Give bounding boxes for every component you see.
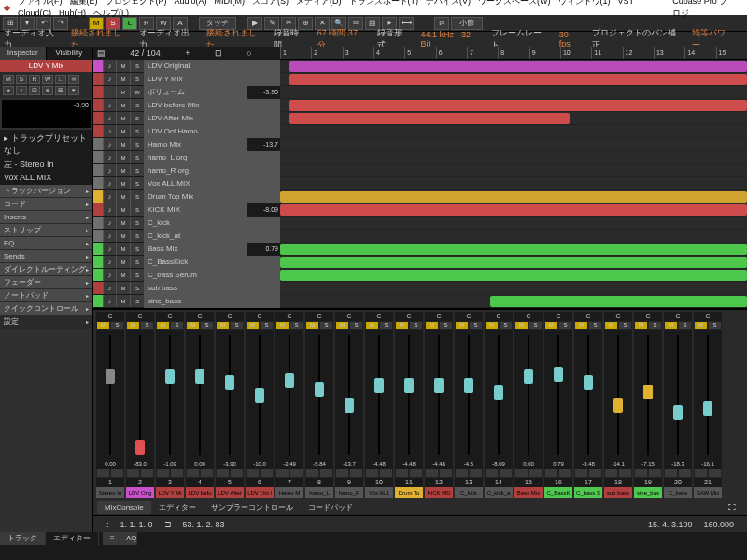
rec-btn[interactable]	[395, 469, 409, 478]
fader-area[interactable]	[156, 330, 184, 459]
pan-display[interactable]: C	[126, 312, 154, 321]
fader-area[interactable]	[425, 330, 453, 459]
mon-btn[interactable]	[469, 469, 483, 478]
mon-btn[interactable]	[499, 469, 513, 478]
fader-cap[interactable]	[494, 385, 503, 400]
clip-row[interactable]	[280, 86, 747, 99]
track-row[interactable]: ♪ MS C_bass Serum	[93, 269, 280, 282]
mute-btn[interactable]: M	[485, 321, 499, 330]
solo-btn[interactable]: S	[618, 321, 632, 330]
insp-btn[interactable]: e	[42, 86, 53, 95]
track-row[interactable]: ♪ MS hamo_L org	[93, 151, 280, 164]
mon-btn[interactable]	[289, 469, 303, 478]
snap-mode[interactable]: 小節	[451, 17, 483, 30]
arrange-view[interactable]: 123456789101112131415	[280, 47, 747, 308]
pan-display[interactable]: C	[544, 312, 572, 321]
mute-btn[interactable]: M	[186, 321, 200, 330]
track-icon[interactable]: ♪	[103, 282, 116, 294]
audio-clip[interactable]	[280, 244, 747, 255]
rec-btn[interactable]	[275, 469, 289, 478]
insp-btn[interactable]: □	[55, 75, 66, 84]
track-icon[interactable]: ♪	[103, 177, 116, 189]
rec-btn[interactable]	[335, 469, 349, 478]
track-name[interactable]: sine_bass	[144, 295, 280, 308]
fader-cap[interactable]	[225, 375, 234, 390]
fader-cap[interactable]	[434, 378, 444, 393]
track-row[interactable]: ♪ MS LDV Oct Hamo	[93, 125, 280, 138]
menu-item[interactable]: スコア(S)	[252, 0, 289, 6]
insp-btn[interactable]: M	[3, 75, 14, 84]
track-name[interactable]: hamo_L org	[144, 151, 280, 164]
track-name[interactable]: C_bass Serum	[144, 269, 280, 282]
track-row[interactable]: ♪ MS C_BassKick	[93, 256, 280, 269]
settings-section[interactable]: 設定	[0, 315, 92, 329]
mon-btn[interactable]	[200, 469, 214, 478]
track-icon[interactable]: ♪	[103, 230, 116, 242]
rec-btn[interactable]	[544, 469, 558, 478]
transport-sel[interactable]: 53. 1. 2. 83	[183, 520, 225, 529]
mon-btn[interactable]	[558, 469, 572, 478]
clips-area[interactable]	[280, 60, 747, 308]
solo-btn[interactable]: S	[439, 321, 453, 330]
track-row[interactable]: ♪ MS sine_bass	[93, 295, 280, 308]
mute-btn[interactable]: M	[425, 321, 439, 330]
mute-btn[interactable]: M	[275, 321, 289, 330]
locator[interactable]: 15. 4. 3.109	[648, 520, 693, 529]
rec-btn[interactable]	[156, 469, 170, 478]
fader-area[interactable]	[514, 330, 543, 459]
insp-btn[interactable]: ⊞	[55, 86, 66, 95]
track-icon[interactable]: ♪	[103, 73, 116, 85]
insp-btn[interactable]: ▾	[68, 86, 79, 95]
mon-btn[interactable]	[379, 469, 393, 478]
routing-item[interactable]: 左 - Stereo In	[2, 158, 91, 172]
pan-display[interactable]: C	[694, 312, 722, 321]
audio-clip[interactable]	[280, 204, 747, 216]
toggle-btn[interactable]: AQ	[119, 532, 137, 545]
fader-cap[interactable]	[643, 385, 653, 399]
track-name[interactable]: KICK MIX	[144, 203, 247, 217]
rec-btn[interactable]	[694, 469, 708, 478]
pan-display[interactable]: C	[514, 312, 543, 321]
track-name[interactable]: LDV Original	[144, 60, 280, 73]
fader-cap[interactable]	[613, 398, 623, 413]
solo-btn[interactable]: S	[319, 321, 333, 330]
solo-btn[interactable]: S	[558, 321, 572, 330]
pan-display[interactable]: C	[664, 312, 692, 321]
menu-item[interactable]: メディア(D)	[296, 0, 342, 6]
audio-clip[interactable]	[280, 257, 747, 268]
track-icon[interactable]: ♪	[103, 99, 116, 111]
fader-cap[interactable]	[135, 440, 145, 455]
solo-btn[interactable]: S	[200, 321, 214, 330]
pan-display[interactable]: C	[485, 312, 513, 321]
inspector-section[interactable]: EQ	[0, 237, 92, 250]
fader-cap[interactable]	[554, 367, 563, 382]
pan-display[interactable]: C	[604, 312, 632, 321]
fader-area[interactable]	[335, 330, 363, 459]
mon-btn[interactable]	[588, 469, 602, 478]
insp-btn[interactable]: W	[42, 75, 53, 84]
fader-cap[interactable]	[255, 388, 264, 403]
rec-btn[interactable]	[246, 469, 260, 478]
mute-btn[interactable]: M	[335, 321, 349, 330]
track-name[interactable]: Hamo Mix	[144, 138, 247, 151]
track-row[interactable]: ♪ MS Bass Mix 0.79	[93, 243, 280, 256]
fader-area[interactable]	[694, 330, 722, 459]
clip-row[interactable]	[280, 230, 747, 243]
mute-btn[interactable]: M	[664, 321, 678, 330]
fader-cap[interactable]	[285, 373, 294, 388]
track-row[interactable]: ♪ MS C_kick_at	[93, 230, 280, 243]
inspector-section[interactable]: コード	[0, 198, 92, 211]
mute-btn[interactable]: M	[246, 321, 260, 330]
mute-btn[interactable]: M	[604, 321, 618, 330]
fader-cap[interactable]	[464, 378, 473, 393]
menu-item[interactable]: MIDI(M)	[215, 0, 246, 6]
inspector-section[interactable]: トラックバージョン	[0, 185, 92, 198]
transport-pos[interactable]: 1. 1. 1. 0	[120, 520, 153, 529]
audio-clip[interactable]	[280, 191, 747, 203]
rec-btn[interactable]	[634, 469, 648, 478]
transport-btn[interactable]: ⊐	[164, 520, 172, 529]
solo-btn[interactable]: S	[588, 321, 602, 330]
fader-area[interactable]	[365, 330, 393, 459]
rec-btn[interactable]	[664, 469, 678, 478]
footer-tab-track[interactable]: トラック	[0, 532, 46, 545]
